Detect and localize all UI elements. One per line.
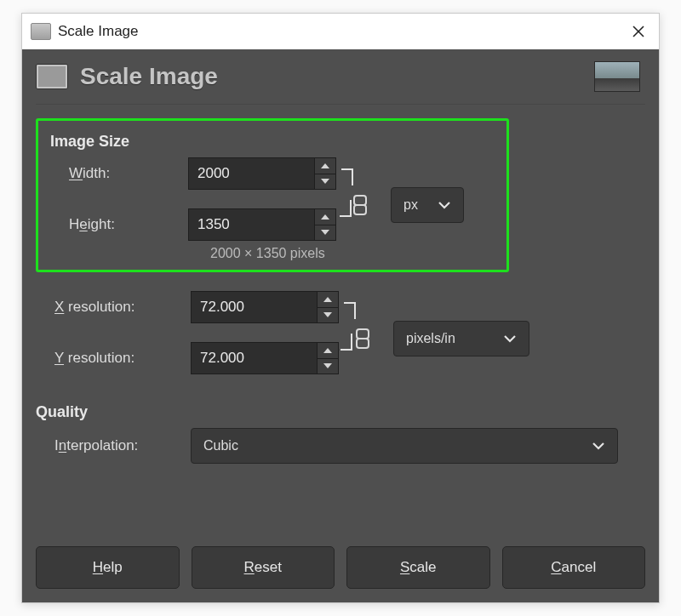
chevron-down-icon xyxy=(438,201,451,209)
app-icon xyxy=(31,23,51,40)
scale-button[interactable]: Scale xyxy=(346,546,490,589)
help-button[interactable]: Help xyxy=(36,546,180,589)
chain-link-icon xyxy=(355,328,370,350)
reset-button[interactable]: Reset xyxy=(192,546,335,589)
height-decrement-button[interactable] xyxy=(315,225,335,241)
xres-decrement-button[interactable] xyxy=(318,308,338,323)
xres-increment-button[interactable] xyxy=(318,292,338,308)
image-thumbnail[interactable] xyxy=(594,61,640,92)
pixel-summary: 2000 × 1350 pixels xyxy=(50,246,464,261)
svg-marker-9 xyxy=(323,363,332,368)
dialog-actions: Help Reset Scale Cancel xyxy=(36,534,645,589)
resolution-unit-dropdown[interactable]: pixels/in xyxy=(393,321,529,356)
x-resolution-label: X resolution: xyxy=(36,299,191,316)
width-increment-button[interactable] xyxy=(315,158,335,174)
window-title: Scale Image xyxy=(58,23,139,40)
window-close-button[interactable] xyxy=(618,14,659,49)
link-bracket-top xyxy=(341,168,353,185)
link-bracket-bottom xyxy=(340,200,352,217)
cancel-button[interactable]: Cancel xyxy=(502,546,646,589)
svg-marker-7 xyxy=(323,312,332,317)
height-increment-button[interactable] xyxy=(315,209,335,225)
x-resolution-value[interactable]: 72.000 xyxy=(192,292,317,322)
svg-marker-6 xyxy=(323,297,332,302)
dialog-title: Scale Image xyxy=(80,63,218,90)
height-input[interactable]: 1350 xyxy=(188,208,336,241)
yres-decrement-button[interactable] xyxy=(318,359,338,374)
resolution-unit-value: pixels/in xyxy=(406,331,493,346)
image-size-heading: Image Size xyxy=(50,133,464,151)
svg-marker-4 xyxy=(321,214,329,220)
svg-marker-3 xyxy=(321,179,329,184)
size-unit-value: px xyxy=(403,197,427,213)
width-label: Width: xyxy=(50,165,188,182)
window-titlebar: Scale Image xyxy=(22,14,659,49)
yres-increment-button[interactable] xyxy=(318,343,338,359)
interpolation-value: Cubic xyxy=(203,438,581,453)
svg-marker-5 xyxy=(321,230,329,235)
dialog-header: Scale Image xyxy=(36,49,645,105)
svg-marker-8 xyxy=(323,348,332,353)
aspect-lock-button[interactable] xyxy=(348,190,372,220)
quality-heading: Quality xyxy=(36,403,645,421)
interpolation-label: Interpolation: xyxy=(36,437,191,454)
res-link-bracket-bottom xyxy=(340,334,352,351)
height-label: Height: xyxy=(50,216,188,233)
svg-marker-2 xyxy=(321,163,329,168)
width-value[interactable]: 2000 xyxy=(189,158,314,189)
y-resolution-value[interactable]: 72.000 xyxy=(192,343,317,374)
size-unit-dropdown[interactable]: px xyxy=(391,187,464,223)
chevron-down-icon xyxy=(592,442,605,450)
height-value[interactable]: 1350 xyxy=(189,209,314,240)
y-resolution-input[interactable]: 72.000 xyxy=(191,342,339,374)
chevron-down-icon xyxy=(503,334,517,343)
width-decrement-button[interactable] xyxy=(315,174,335,190)
scale-image-icon xyxy=(36,64,68,89)
image-size-highlight: Image Size Width: 2000 xyxy=(36,118,509,272)
scale-image-dialog: Scale Image Scale Image Image xyxy=(21,13,660,603)
resolution-lock-button[interactable] xyxy=(351,323,375,354)
y-resolution-label: Y resolution: xyxy=(36,350,191,367)
close-icon xyxy=(632,25,645,38)
res-link-bracket-top xyxy=(344,302,356,319)
width-input[interactable]: 2000 xyxy=(188,157,336,190)
x-resolution-input[interactable]: 72.000 xyxy=(191,291,339,323)
chain-link-icon xyxy=(352,194,368,216)
interpolation-dropdown[interactable]: Cubic xyxy=(191,428,618,464)
